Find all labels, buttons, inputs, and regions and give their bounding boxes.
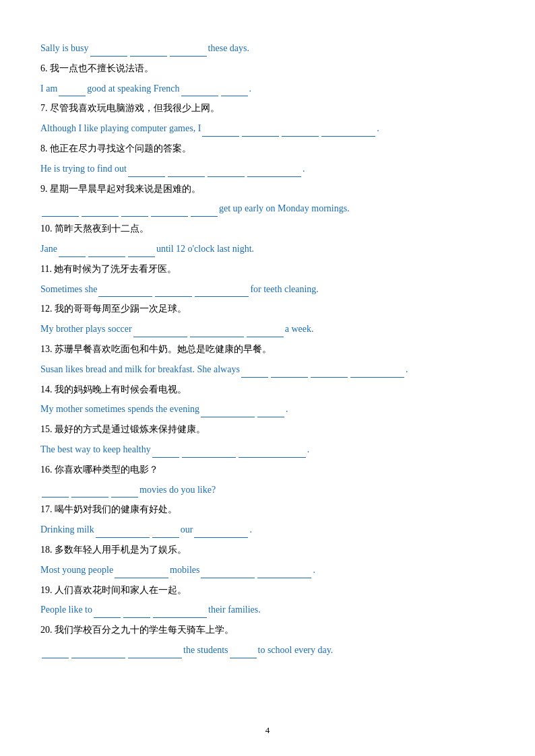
q13-blank1 [241, 367, 268, 378]
q20-text1: the students [183, 645, 228, 655]
q17-text2: our [181, 524, 193, 535]
q19-text1: People like to [40, 605, 92, 615]
q9-chinese: 9. 星期一早晨早起对我来说是困难的。 [40, 181, 495, 197]
page-number: 4 [265, 725, 270, 736]
q7-blank2 [242, 126, 279, 137]
q15-blank3 [239, 447, 306, 458]
q18-text2: mobiles [170, 565, 199, 575]
q14-blank1 [201, 407, 255, 417]
q9-english: get up early on Monday mornings. [40, 201, 495, 217]
q10-text1: Jane [40, 244, 57, 254]
q19-english: People like totheir families. [40, 602, 495, 618]
q6-text1: I am [40, 83, 57, 94]
q5-text2: these days. [208, 43, 249, 53]
q12-blank2 [190, 327, 244, 337]
q18-blank1 [115, 568, 168, 578]
question-19: 19. 人们喜欢花时间和家人在一起。 People like totheir f… [40, 582, 495, 619]
q6-text3: . [249, 83, 252, 94]
q7-text2: . [377, 123, 379, 133]
q9-text1: get up early on Monday mornings. [219, 203, 350, 213]
q16-english: movies do you like? [40, 482, 495, 498]
q5-blank2 [130, 46, 167, 57]
q11-blank2 [155, 286, 192, 297]
q18-chinese: 18. 多数年轻人用手机是为了娱乐。 [40, 542, 495, 558]
q18-text3: . [313, 565, 315, 575]
q8-blank1 [128, 166, 165, 177]
question-10: 10. 简昨天熬夜到十二点。 Janeuntil 12 o'clock last… [40, 221, 495, 257]
q15-text2: . [307, 444, 310, 454]
q11-blank1 [98, 286, 152, 297]
q6-english: I amgood at speaking French. [40, 81, 495, 97]
question-18: 18. 多数年轻人用手机是为了娱乐。 Most young peoplemobi… [40, 542, 495, 578]
q8-blank4 [247, 166, 301, 177]
q6-chinese: 6. 我一点也不擅长说法语。 [40, 61, 495, 77]
question-11: 11. 她有时候为了洗牙去看牙医。 Sometimes shefor teeth… [40, 261, 495, 298]
q12-english: My brother plays soccera week. [40, 321, 495, 337]
q18-blank3 [257, 568, 311, 578]
question-20: 20. 我们学校百分之九十的学生每天骑车上学。 the studentsto s… [40, 622, 495, 658]
q7-blank4 [321, 126, 375, 137]
q19-blank3 [153, 607, 207, 618]
q13-text1: Susan likes bread and milk for breakfast… [40, 364, 240, 374]
q11-english: Sometimes shefor teeth cleaning. [40, 281, 495, 298]
q20-chinese: 20. 我们学校百分之九十的学生每天骑车上学。 [40, 622, 495, 638]
q5-english: Sally is busythese days. [40, 40, 495, 57]
q8-chinese: 8. 他正在尽力寻找这个问题的答案。 [40, 141, 495, 157]
q5-blank3 [170, 46, 207, 57]
q7-blank1 [202, 126, 239, 137]
q14-english: My mother sometimes spends the evening. [40, 401, 495, 417]
q12-text1: My brother plays soccer [40, 324, 132, 334]
question-6: 6. 我一点也不擅长说法语。 I amgood at speaking Fren… [40, 61, 495, 97]
q13-blank2 [271, 367, 308, 378]
question-17: 17. 喝牛奶对我们的健康有好处。 Drinking milkour. [40, 502, 495, 538]
q16-chinese: 16. 你喜欢哪种类型的电影？ [40, 462, 495, 478]
q18-text1: Most young people [40, 565, 113, 575]
question-8: 8. 他正在尽力寻找这个问题的答案。 He is trying to find … [40, 141, 495, 177]
q17-text1: Drinking milk [40, 524, 94, 535]
q17-english: Drinking milkour. [40, 522, 495, 538]
q16-text1: movies do you like? [139, 485, 216, 495]
q16-blank1 [42, 487, 69, 497]
question-14: 14. 我的妈妈晚上有时候会看电视。 My mother sometimes s… [40, 382, 495, 418]
q19-blank2 [123, 607, 150, 618]
q17-text3: . [249, 524, 252, 535]
question-12: 12. 我的哥哥每周至少踢一次足球。 My brother plays socc… [40, 301, 495, 337]
q15-blank2 [182, 447, 236, 458]
q15-english: The best way to keep healthy. [40, 442, 495, 458]
q13-text2: . [406, 364, 408, 374]
question-7: 7. 尽管我喜欢玩电脑游戏，但我很少上网。 Although I like pl… [40, 100, 495, 137]
q15-blank1 [152, 447, 179, 458]
q19-text2: their families. [208, 605, 261, 615]
q13-english: Susan likes bread and milk for breakfast… [40, 362, 495, 378]
q17-chinese: 17. 喝牛奶对我们的健康有好处。 [40, 502, 495, 518]
q10-blank2 [88, 246, 125, 257]
q19-chinese: 19. 人们喜欢花时间和家人在一起。 [40, 582, 495, 598]
q9-blank4 [151, 206, 188, 217]
q11-text2: for teeth cleaning. [250, 284, 318, 294]
q20-blank3 [128, 648, 182, 658]
q15-chinese: 15. 最好的方式是通过锻炼来保持健康。 [40, 421, 495, 438]
q10-text2: until 12 o'clock last night. [156, 244, 254, 254]
q13-blank4 [350, 367, 404, 378]
q6-blank3 [221, 85, 248, 96]
q7-chinese: 7. 尽管我喜欢玩电脑游戏，但我很少上网。 [40, 100, 495, 116]
q19-blank1 [94, 607, 121, 618]
q9-blank2 [82, 206, 119, 217]
q7-blank3 [282, 126, 319, 137]
q10-chinese: 10. 简昨天熬夜到十二点。 [40, 221, 495, 237]
q6-blank2 [181, 85, 218, 96]
q9-blank5 [191, 206, 218, 217]
q12-chinese: 12. 我的哥哥每周至少踢一次足球。 [40, 301, 495, 317]
q11-chinese: 11. 她有时候为了洗牙去看牙医。 [40, 261, 495, 277]
q9-blank1 [42, 206, 79, 217]
q16-blank3 [111, 487, 138, 497]
q20-english: the studentsto school every day. [40, 642, 495, 658]
q20-blank1 [42, 648, 69, 658]
q14-chinese: 14. 我的妈妈晚上有时候会看电视。 [40, 382, 495, 398]
page: Sally is busythese days. 6. 我一点也不擅长说法语。 … [0, 0, 535, 756]
q8-text1: He is trying to find out [40, 164, 127, 174]
question-13: 13. 苏珊早餐喜欢吃面包和牛奶。她总是吃健康的早餐。 Susan likes … [40, 341, 495, 378]
q5-text1: Sally is busy [40, 43, 89, 53]
q14-blank2 [257, 407, 284, 417]
q18-english: Most young peoplemobiles. [40, 562, 495, 578]
